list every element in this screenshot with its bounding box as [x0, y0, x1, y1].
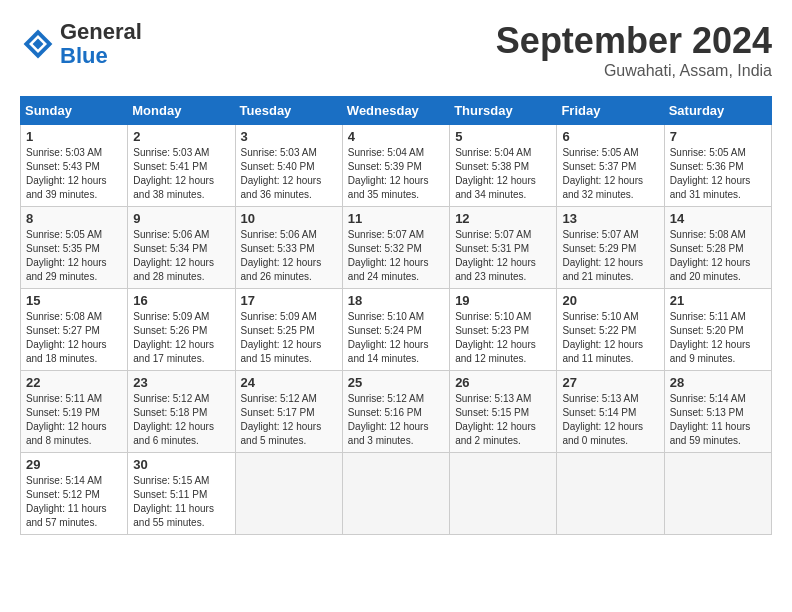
calendar-cell: 2Sunrise: 5:03 AM Sunset: 5:41 PM Daylig… — [128, 125, 235, 207]
calendar-cell: 3Sunrise: 5:03 AM Sunset: 5:40 PM Daylig… — [235, 125, 342, 207]
day-number: 20 — [562, 293, 658, 308]
weekday-tuesday: Tuesday — [235, 97, 342, 125]
calendar-cell: 24Sunrise: 5:12 AM Sunset: 5:17 PM Dayli… — [235, 371, 342, 453]
month-title: September 2024 — [496, 20, 772, 62]
day-number: 18 — [348, 293, 444, 308]
calendar-cell — [664, 453, 771, 535]
week-row-2: 8Sunrise: 5:05 AM Sunset: 5:35 PM Daylig… — [21, 207, 772, 289]
day-number: 27 — [562, 375, 658, 390]
day-info: Sunrise: 5:09 AM Sunset: 5:26 PM Dayligh… — [133, 310, 229, 366]
calendar-cell: 17Sunrise: 5:09 AM Sunset: 5:25 PM Dayli… — [235, 289, 342, 371]
day-info: Sunrise: 5:12 AM Sunset: 5:16 PM Dayligh… — [348, 392, 444, 448]
day-number: 4 — [348, 129, 444, 144]
day-info: Sunrise: 5:06 AM Sunset: 5:34 PM Dayligh… — [133, 228, 229, 284]
weekday-sunday: Sunday — [21, 97, 128, 125]
calendar-cell: 13Sunrise: 5:07 AM Sunset: 5:29 PM Dayli… — [557, 207, 664, 289]
calendar-body: 1Sunrise: 5:03 AM Sunset: 5:43 PM Daylig… — [21, 125, 772, 535]
weekday-saturday: Saturday — [664, 97, 771, 125]
day-info: Sunrise: 5:03 AM Sunset: 5:41 PM Dayligh… — [133, 146, 229, 202]
title-block: September 2024 Guwahati, Assam, India — [496, 20, 772, 80]
day-number: 5 — [455, 129, 551, 144]
day-number: 12 — [455, 211, 551, 226]
calendar-cell: 18Sunrise: 5:10 AM Sunset: 5:24 PM Dayli… — [342, 289, 449, 371]
calendar-cell: 29Sunrise: 5:14 AM Sunset: 5:12 PM Dayli… — [21, 453, 128, 535]
weekday-friday: Friday — [557, 97, 664, 125]
day-info: Sunrise: 5:13 AM Sunset: 5:14 PM Dayligh… — [562, 392, 658, 448]
calendar-cell: 6Sunrise: 5:05 AM Sunset: 5:37 PM Daylig… — [557, 125, 664, 207]
calendar-cell: 10Sunrise: 5:06 AM Sunset: 5:33 PM Dayli… — [235, 207, 342, 289]
week-row-4: 22Sunrise: 5:11 AM Sunset: 5:19 PM Dayli… — [21, 371, 772, 453]
week-row-1: 1Sunrise: 5:03 AM Sunset: 5:43 PM Daylig… — [21, 125, 772, 207]
day-info: Sunrise: 5:04 AM Sunset: 5:39 PM Dayligh… — [348, 146, 444, 202]
calendar-cell — [557, 453, 664, 535]
page-header: General Blue September 2024 Guwahati, As… — [20, 20, 772, 80]
calendar-cell: 8Sunrise: 5:05 AM Sunset: 5:35 PM Daylig… — [21, 207, 128, 289]
day-info: Sunrise: 5:13 AM Sunset: 5:15 PM Dayligh… — [455, 392, 551, 448]
weekday-thursday: Thursday — [450, 97, 557, 125]
calendar-cell: 28Sunrise: 5:14 AM Sunset: 5:13 PM Dayli… — [664, 371, 771, 453]
calendar-cell: 4Sunrise: 5:04 AM Sunset: 5:39 PM Daylig… — [342, 125, 449, 207]
day-info: Sunrise: 5:04 AM Sunset: 5:38 PM Dayligh… — [455, 146, 551, 202]
day-number: 3 — [241, 129, 337, 144]
day-info: Sunrise: 5:09 AM Sunset: 5:25 PM Dayligh… — [241, 310, 337, 366]
day-number: 19 — [455, 293, 551, 308]
day-info: Sunrise: 5:06 AM Sunset: 5:33 PM Dayligh… — [241, 228, 337, 284]
calendar-cell: 14Sunrise: 5:08 AM Sunset: 5:28 PM Dayli… — [664, 207, 771, 289]
day-info: Sunrise: 5:07 AM Sunset: 5:32 PM Dayligh… — [348, 228, 444, 284]
day-number: 30 — [133, 457, 229, 472]
calendar-cell — [342, 453, 449, 535]
calendar-cell: 30Sunrise: 5:15 AM Sunset: 5:11 PM Dayli… — [128, 453, 235, 535]
calendar-cell: 9Sunrise: 5:06 AM Sunset: 5:34 PM Daylig… — [128, 207, 235, 289]
day-number: 8 — [26, 211, 122, 226]
calendar-cell: 19Sunrise: 5:10 AM Sunset: 5:23 PM Dayli… — [450, 289, 557, 371]
day-number: 9 — [133, 211, 229, 226]
calendar-table: SundayMondayTuesdayWednesdayThursdayFrid… — [20, 96, 772, 535]
day-info: Sunrise: 5:10 AM Sunset: 5:23 PM Dayligh… — [455, 310, 551, 366]
calendar-cell — [235, 453, 342, 535]
day-info: Sunrise: 5:05 AM Sunset: 5:36 PM Dayligh… — [670, 146, 766, 202]
calendar-cell: 16Sunrise: 5:09 AM Sunset: 5:26 PM Dayli… — [128, 289, 235, 371]
day-info: Sunrise: 5:14 AM Sunset: 5:13 PM Dayligh… — [670, 392, 766, 448]
calendar-cell: 27Sunrise: 5:13 AM Sunset: 5:14 PM Dayli… — [557, 371, 664, 453]
day-number: 11 — [348, 211, 444, 226]
day-number: 22 — [26, 375, 122, 390]
day-number: 14 — [670, 211, 766, 226]
location: Guwahati, Assam, India — [496, 62, 772, 80]
day-info: Sunrise: 5:10 AM Sunset: 5:24 PM Dayligh… — [348, 310, 444, 366]
day-info: Sunrise: 5:07 AM Sunset: 5:29 PM Dayligh… — [562, 228, 658, 284]
calendar-cell: 25Sunrise: 5:12 AM Sunset: 5:16 PM Dayli… — [342, 371, 449, 453]
day-number: 21 — [670, 293, 766, 308]
week-row-5: 29Sunrise: 5:14 AM Sunset: 5:12 PM Dayli… — [21, 453, 772, 535]
calendar-cell: 20Sunrise: 5:10 AM Sunset: 5:22 PM Dayli… — [557, 289, 664, 371]
calendar-header: SundayMondayTuesdayWednesdayThursdayFrid… — [21, 97, 772, 125]
weekday-monday: Monday — [128, 97, 235, 125]
day-number: 1 — [26, 129, 122, 144]
day-number: 23 — [133, 375, 229, 390]
day-number: 26 — [455, 375, 551, 390]
day-info: Sunrise: 5:07 AM Sunset: 5:31 PM Dayligh… — [455, 228, 551, 284]
day-info: Sunrise: 5:11 AM Sunset: 5:20 PM Dayligh… — [670, 310, 766, 366]
calendar-cell: 1Sunrise: 5:03 AM Sunset: 5:43 PM Daylig… — [21, 125, 128, 207]
day-number: 28 — [670, 375, 766, 390]
day-info: Sunrise: 5:10 AM Sunset: 5:22 PM Dayligh… — [562, 310, 658, 366]
calendar-cell: 12Sunrise: 5:07 AM Sunset: 5:31 PM Dayli… — [450, 207, 557, 289]
calendar-cell: 15Sunrise: 5:08 AM Sunset: 5:27 PM Dayli… — [21, 289, 128, 371]
day-info: Sunrise: 5:14 AM Sunset: 5:12 PM Dayligh… — [26, 474, 122, 530]
calendar-cell: 26Sunrise: 5:13 AM Sunset: 5:15 PM Dayli… — [450, 371, 557, 453]
calendar-cell: 21Sunrise: 5:11 AM Sunset: 5:20 PM Dayli… — [664, 289, 771, 371]
logo-icon — [20, 26, 56, 62]
day-number: 25 — [348, 375, 444, 390]
calendar-cell: 23Sunrise: 5:12 AM Sunset: 5:18 PM Dayli… — [128, 371, 235, 453]
day-number: 13 — [562, 211, 658, 226]
day-info: Sunrise: 5:05 AM Sunset: 5:35 PM Dayligh… — [26, 228, 122, 284]
weekday-wednesday: Wednesday — [342, 97, 449, 125]
calendar-cell: 5Sunrise: 5:04 AM Sunset: 5:38 PM Daylig… — [450, 125, 557, 207]
calendar-cell: 22Sunrise: 5:11 AM Sunset: 5:19 PM Dayli… — [21, 371, 128, 453]
logo: General Blue — [20, 20, 142, 68]
day-info: Sunrise: 5:03 AM Sunset: 5:43 PM Dayligh… — [26, 146, 122, 202]
day-info: Sunrise: 5:03 AM Sunset: 5:40 PM Dayligh… — [241, 146, 337, 202]
day-info: Sunrise: 5:12 AM Sunset: 5:18 PM Dayligh… — [133, 392, 229, 448]
day-number: 17 — [241, 293, 337, 308]
week-row-3: 15Sunrise: 5:08 AM Sunset: 5:27 PM Dayli… — [21, 289, 772, 371]
calendar-cell: 11Sunrise: 5:07 AM Sunset: 5:32 PM Dayli… — [342, 207, 449, 289]
